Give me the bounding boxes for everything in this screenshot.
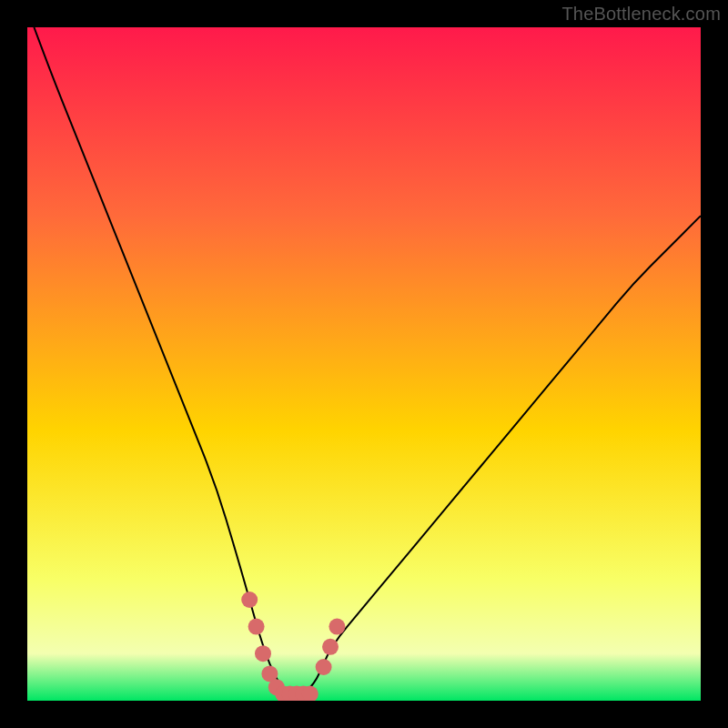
curve-marker xyxy=(322,639,339,655)
curve-marker xyxy=(241,592,258,608)
curve-marker xyxy=(255,645,271,662)
curve-layer xyxy=(27,27,701,701)
curve-marker xyxy=(316,659,332,675)
watermark-text: TheBottleneck.com xyxy=(561,4,721,25)
curve-markers xyxy=(241,592,345,701)
chart-frame: TheBottleneck.com xyxy=(0,0,728,728)
curve-marker xyxy=(248,619,265,635)
plot-area xyxy=(27,27,701,701)
curve-marker xyxy=(329,619,345,635)
bottleneck-curve xyxy=(34,27,701,694)
